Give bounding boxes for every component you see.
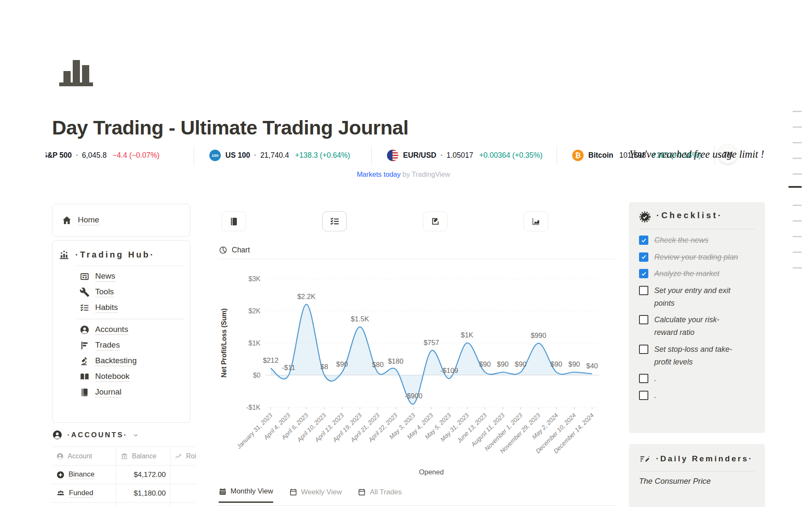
- divider: [639, 229, 755, 229]
- outline-dash[interactable]: [793, 142, 802, 143]
- tab-all-trades[interactable]: All Trades: [358, 488, 402, 502]
- checkbox-unchecked[interactable]: [639, 315, 648, 324]
- badge-check-icon: [639, 211, 651, 223]
- account-name[interactable]: Binance: [69, 470, 94, 479]
- svg-text:$2.2K: $2.2K: [297, 293, 315, 300]
- account-cell[interactable]: Binance: [52, 466, 116, 484]
- sidebar-item-home[interactable]: Home: [62, 215, 99, 225]
- column-label: Balance: [132, 452, 156, 460]
- home-icon: [62, 215, 72, 225]
- ticker-item-sp500[interactable]: S&P 500 6,045.8 −4.4 (−0.07%): [46, 143, 194, 167]
- checklist-item-label: .: [654, 373, 741, 385]
- divider: [218, 259, 615, 259]
- svg-text:Net Profit/Loss (Sum): Net Profit/Loss (Sum): [220, 308, 228, 378]
- accounts-section-header[interactable]: ·ACCOUNTS·: [52, 430, 139, 440]
- checkbox-unchecked[interactable]: [639, 374, 648, 383]
- checklist-item: Calculate your risk-reward ratio: [639, 314, 755, 339]
- outline-dash[interactable]: [793, 220, 802, 222]
- sidebar-item-habits[interactable]: Habits: [80, 303, 184, 313]
- checkbox-checked[interactable]: [639, 236, 648, 245]
- svg-text:$757: $757: [424, 339, 439, 346]
- outline-dash[interactable]: [793, 158, 802, 159]
- tab-label: All Trades: [370, 488, 402, 496]
- sidebar-item-accounts[interactable]: Accounts: [80, 325, 184, 335]
- table-header-row: Account Balance Roi: [52, 447, 196, 466]
- outline-dash[interactable]: [793, 267, 802, 269]
- checklist-item: Check the news: [639, 234, 755, 247]
- outline-dash[interactable]: [793, 205, 802, 206]
- checklist-icon: [80, 303, 90, 313]
- ticker-symbol: Bitcoin: [588, 151, 613, 160]
- roi-cell: [170, 484, 196, 502]
- tab-label: Weekly View: [301, 488, 342, 496]
- svg-text:$90: $90: [497, 360, 509, 368]
- checklist-item: Set your entry and exit points: [639, 285, 755, 310]
- sidebar-item-trades[interactable]: Trades: [80, 340, 184, 351]
- account-cell[interactable]: [52, 503, 116, 507]
- ticker-item-eurusd[interactable]: EUR/USD 1.05017 +0.00364 (+0.35%): [372, 143, 557, 167]
- outline-dash[interactable]: [793, 236, 802, 237]
- outline-dash[interactable]: [793, 252, 802, 253]
- svg-text:$90: $90: [551, 360, 562, 368]
- sidebar-item-tools[interactable]: Tools: [80, 287, 184, 297]
- compose-view-button[interactable]: [423, 211, 447, 231]
- account-cell[interactable]: Funded: [52, 484, 116, 502]
- sidebar-item-label: Trades: [95, 340, 120, 351]
- calendar-icon: [358, 488, 366, 496]
- checkbox-unchecked[interactable]: [639, 286, 648, 295]
- sidebar-item-label: Habits: [95, 303, 118, 313]
- markets-today-link[interactable]: Markets today: [357, 170, 401, 178]
- svg-text:$90: $90: [479, 360, 491, 368]
- open-book-icon: [80, 372, 90, 382]
- ticker-symbol: US 100: [225, 151, 250, 160]
- journal-icon: [229, 217, 239, 227]
- chevron-down-icon[interactable]: [132, 432, 139, 438]
- svg-text:-$900: -$900: [405, 392, 422, 400]
- tab-monthly-view[interactable]: Monthly View: [219, 487, 273, 503]
- ticker-item-us100[interactable]: 100 US 100 21,740.4 +138.3 (+0.64%): [194, 143, 371, 167]
- sidebar-item-label: Home: [78, 215, 99, 225]
- ticker-change: +0.00364 (+0.35%): [479, 151, 543, 160]
- accounts-title: ·ACCOUNTS·: [67, 431, 128, 439]
- area-chart-view-button[interactable]: [524, 211, 548, 231]
- daily-reminders-card: ·Daily Reminders· The Consumer Price: [629, 444, 765, 507]
- microscope-icon: [80, 356, 90, 366]
- column-header-roi[interactable]: Roi: [170, 447, 196, 465]
- dot-separator: [254, 154, 256, 156]
- tab-weekly-view[interactable]: Weekly View: [289, 488, 342, 502]
- checkbox-checked[interactable]: [639, 252, 648, 262]
- account-name[interactable]: Funded: [69, 489, 93, 498]
- checkbox-checked[interactable]: [639, 269, 648, 278]
- compose-icon: [639, 454, 650, 465]
- column-header-account[interactable]: Account: [52, 447, 116, 465]
- outline-dash[interactable]: [793, 173, 802, 175]
- sidebar-item-news[interactable]: News: [80, 271, 184, 282]
- person-circle-icon: [52, 430, 63, 440]
- checklist-card: ·Checklist· Check the news Review your t…: [629, 202, 765, 433]
- ticker-value: 6,045.8: [82, 151, 107, 160]
- outline-dash[interactable]: [793, 126, 802, 128]
- tab-label: Monthly View: [230, 487, 273, 496]
- outline-dash[interactable]: [793, 111, 802, 112]
- page-bar-chart-icon: [56, 58, 96, 88]
- sidebar-item-notebook[interactable]: Notebook: [80, 372, 184, 382]
- sidebar-item-journal[interactable]: Journal: [80, 387, 184, 397]
- checklist-item: .: [639, 373, 755, 385]
- sidebar-item-label: Backtesting: [95, 356, 137, 366]
- svg-text:$80: $80: [372, 361, 384, 368]
- ticker-change: −4.4 (−0.07%): [112, 151, 159, 160]
- journal-view-button[interactable]: [222, 211, 246, 231]
- net-profit-loss-chart: $3K$2K$1K$0-$1K$212-$11$2.2K$8$90$1.5K$8…: [214, 263, 615, 493]
- view-toolbar: [222, 211, 548, 231]
- checkbox-unchecked[interactable]: [639, 391, 648, 400]
- checklist-view-button[interactable]: [322, 211, 347, 231]
- column-header-balance[interactable]: Balance: [116, 447, 170, 465]
- outline-dash-current[interactable]: [788, 186, 802, 188]
- sidebar-item-label: Accounts: [95, 325, 128, 335]
- ticker-change: +138.3 (+0.64%): [295, 151, 350, 160]
- newspaper-icon: [80, 271, 90, 282]
- svg-text:$90: $90: [568, 360, 580, 368]
- svg-text:$990: $990: [531, 332, 546, 339]
- checkbox-unchecked[interactable]: [639, 345, 648, 354]
- sidebar-item-backtesting[interactable]: Backtesting: [80, 356, 184, 366]
